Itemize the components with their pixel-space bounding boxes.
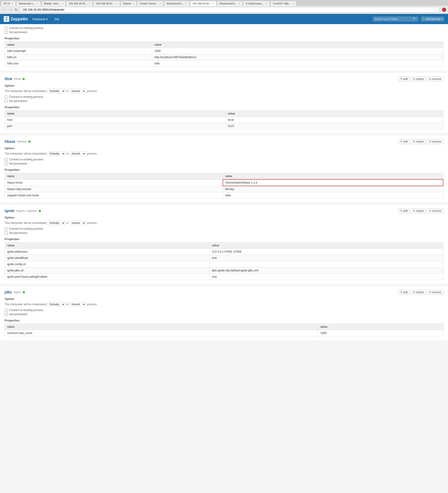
ignite-col-value: value — [210, 242, 443, 249]
hdfs-url-value: http://localhost:50070/webhdfs/v1/ — [152, 54, 443, 60]
jdbc-title: jdbc %jdbc — [5, 290, 25, 294]
ignite-permission-checkbox[interactable] — [5, 232, 8, 235]
flink-remove-button[interactable]: ✕ remove — [427, 77, 443, 82]
hbase-scope-select[interactable]: Globally Per Note Per User — [47, 151, 65, 156]
browser-extension — [442, 8, 446, 12]
flink-option-desc: The interpreter will be instantiated Glo… — [5, 89, 443, 93]
jdbc-connect-checkbox[interactable] — [5, 309, 8, 312]
ignite-edit-button[interactable]: ✎ edit — [398, 208, 410, 213]
flink-col-value: value — [225, 111, 443, 117]
hbase-option-post: process. — [87, 152, 97, 155]
hbase-permission-checkbox[interactable] — [5, 162, 8, 165]
table-row: ignite.jdbc.url jdbc:ignite:cfg://defaul… — [5, 268, 443, 274]
jdbc-props-table: name value common.max_count 1000 — [5, 324, 443, 336]
notebook-menu[interactable]: Notebook ▾ — [31, 16, 50, 22]
hbase-home-value: /home/elastic/hbase-1.2.4 — [223, 179, 443, 186]
tab-centos[interactable]: CentOS7.4@i... × — [270, 1, 296, 6]
ignite-option-in: in — [66, 221, 68, 224]
hbase-shared-select[interactable]: shared scoped isolated — [69, 151, 86, 156]
ignite-connect-label: Connect to existing process — [9, 227, 43, 230]
jdbc-permission-checkbox[interactable] — [5, 313, 8, 316]
hbase-option-in: in — [66, 152, 68, 155]
tab-master[interactable]: Master: cent... × — [42, 1, 66, 6]
table-row: host local — [5, 117, 443, 123]
ignite-jdbcurl-value: jdbc:ignite:cfg://default-ignite-jdbc.xm… — [210, 268, 443, 274]
hdfs-permission-checkbox[interactable] — [5, 31, 8, 34]
jdbc-shared-select[interactable]: shared scoped isolated — [69, 302, 86, 307]
hbase-edit-button[interactable]: ✎ edit — [398, 139, 410, 144]
search-icon[interactable]: 🔍 — [413, 17, 416, 21]
tab-kibana[interactable]: Kibana × — [120, 1, 137, 6]
ignite-shared-select[interactable]: shared scoped isolated — [69, 221, 86, 225]
ignite-name: ignite — [5, 209, 15, 213]
user-badge[interactable]: anonymous ▾ — [421, 16, 444, 22]
flink-status-dot — [22, 78, 25, 80]
url-bar[interactable] — [20, 7, 440, 12]
table-row: ignite.addresses 127.0.0.1:47500..47509 — [5, 249, 443, 255]
tab-namenode[interactable]: Namenode c... × — [16, 1, 41, 6]
flink-option-post: process. — [87, 90, 97, 93]
back-button[interactable]: ← — [2, 7, 7, 12]
jdbc-restart-button[interactable]: ↻ restart — [411, 290, 426, 295]
hbase-col-value: value — [223, 173, 443, 180]
tab-elastic1[interactable]: Elasticsearch... × — [164, 1, 189, 6]
hdfs-connect-checkbox[interactable] — [5, 27, 8, 30]
tab-zk-ui[interactable]: ZK UI × — [1, 1, 16, 6]
hdfs-user-value: hdfs — [152, 60, 443, 67]
flink-connect-checkbox[interactable] — [5, 95, 8, 99]
flink-col-name: name — [5, 111, 226, 117]
ignite-section: ignite %ignite, %ignite2 ✎ edit ↻ restar… — [0, 205, 448, 284]
ignite-configurl-value — [210, 261, 443, 268]
hbase-section: hbase %hbase ✎ edit ↻ restart ✕ remove O… — [0, 135, 448, 202]
browser-chrome: ZK UI × Namenode c... × Master: cent... … — [0, 0, 448, 14]
search-input[interactable] — [375, 17, 412, 21]
flink-permission-row: Set permission — [5, 100, 443, 103]
jdbc-option-in: in — [66, 303, 68, 306]
flink-actions: ✎ edit ↻ restart ✕ remove — [398, 77, 443, 82]
flink-restart-button[interactable]: ↻ restart — [411, 77, 426, 82]
flink-permission-checkbox[interactable] — [5, 100, 8, 103]
ignite-scope-select[interactable]: Globally Per Note Per User — [47, 221, 65, 225]
flink-port-name: port — [5, 123, 226, 129]
tab-cluster[interactable]: Cluster Overvi... × — [137, 1, 164, 6]
hdfs-props-table: name value hdfs.maxlength 1000 hdfs.url … — [5, 42, 443, 67]
jdbc-scope-select[interactable]: Globally Per Note Per User — [47, 302, 65, 307]
table-row: port 6123 — [5, 123, 443, 129]
job-menu[interactable]: Job — [52, 16, 61, 22]
hbase-option-desc: The interpreter will be instantiated Glo… — [5, 151, 443, 156]
jdbc-remove-button[interactable]: ✕ remove — [427, 290, 443, 295]
hbase-testmode-value: false — [223, 192, 443, 199]
ignite-actions: ✎ edit ↻ restart ✕ remove — [398, 208, 443, 213]
hbase-option-label: Option — [5, 146, 443, 150]
table-row: zeppelin.hbase.test.mode false — [5, 192, 443, 199]
ignite-restart-button[interactable]: ↻ restart — [411, 208, 426, 213]
flink-props-label: Properties — [5, 105, 443, 109]
hbase-restart-button[interactable]: ↻ restart — [411, 139, 426, 144]
ignite-option-label: Option — [5, 216, 443, 219]
jdbc-edit-button[interactable]: ✎ edit — [398, 290, 410, 295]
tab-ip2[interactable]: 192.168.18.24... × — [93, 1, 120, 6]
flink-shared-select[interactable]: shared scoped isolated — [69, 89, 86, 93]
ignite-remove-button[interactable]: ✕ remove — [427, 208, 443, 213]
tab-elastic2[interactable]: Elasticsearch... × — [217, 1, 242, 6]
tab-ip1[interactable]: 192.168.18.24... × — [66, 1, 93, 6]
hbase-permission-row: Set permission — [5, 162, 443, 165]
hdfs-permission-label: Set permission — [9, 31, 27, 34]
hbase-connect-checkbox[interactable] — [5, 158, 8, 161]
tab-google-elastic[interactable]: G Elasticsearc... × — [243, 1, 270, 6]
refresh-button[interactable]: ↻ — [14, 7, 19, 12]
hbase-remove-button[interactable]: ✕ remove — [427, 139, 443, 144]
flink-scope-select[interactable]: Globally Per Note Per User — [47, 89, 65, 93]
ignite-clientmode-name: ignite.clientMode — [5, 255, 210, 261]
hbase-header: hbase %hbase ✎ edit ↻ restart ✕ remove — [5, 139, 443, 144]
flink-edit-button[interactable]: ✎ edit — [398, 77, 410, 82]
hdfs-col-value: value — [152, 42, 443, 48]
tab-ip3[interactable]: 192.168.18.24... × — [190, 1, 217, 6]
ignite-connect-checkbox[interactable] — [5, 227, 8, 230]
hdfs-connect-label: Connect to existing process — [9, 26, 43, 30]
jdbc-maxcount-name: common.max_count — [5, 330, 318, 336]
ignite-clientmode-value: true — [210, 255, 443, 261]
jdbc-permission-row: Set permission — [5, 313, 443, 316]
jdbc-tag: %jdbc — [14, 291, 21, 294]
forward-button[interactable]: → — [8, 7, 12, 12]
